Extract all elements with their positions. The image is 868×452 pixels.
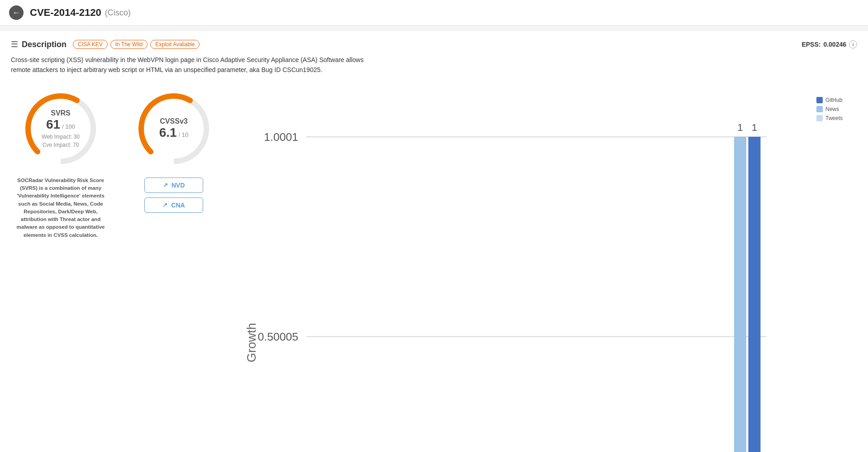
description-text: Cross-site scripting (XSS) vulnerability… [11,55,382,75]
svg-text:1.0001: 1.0001 [264,131,298,143]
growth-chart: Growth 1.0001 0.50005 0 [237,88,807,452]
cvss-center: CVSSv3 6.1 / 10 [159,117,189,140]
svg-text:1: 1 [752,121,758,133]
badge-exploit-available[interactable]: Exploit Avaliable [150,40,200,49]
cna-external-icon: ↗ [162,202,167,208]
cve-id: CVE-2014-2120 [30,7,101,19]
svrs-label: SVRS [42,109,80,117]
vendor-label: (Cisco) [105,8,131,18]
svg-text:0.50005: 0.50005 [258,331,298,343]
nvd-button[interactable]: ↗ NVD [144,178,203,193]
svrs-web-impact: Web Impact: 30 [42,134,80,140]
news-color [816,106,823,112]
svrs-max: / 100 [62,123,75,130]
github-label: GitHub [825,97,842,103]
svrs-note: SOCRadar Vulnerability Risk Score (SVRS)… [11,177,110,239]
svg-text:Growth: Growth [245,323,258,362]
chart-section: Growth 1.0001 0.50005 0 [237,88,857,452]
badge-cisa-kev[interactable]: CISA KEV [73,40,108,49]
chart-legend: GitHub News Tweets [816,97,857,121]
epss-score: EPSS: 0.00246 i [801,40,857,48]
legend-news: News [816,106,857,112]
svrs-gauge: SVRS 61 / 100 Web Impact: 30 Cve Impact:… [20,88,101,169]
chart-area: Growth 1.0001 0.50005 0 [237,88,807,452]
svrs-center: SVRS 61 / 100 Web Impact: 30 Cve Impact:… [42,109,80,148]
epss-label: EPSS: [801,41,820,48]
back-button[interactable]: ← [9,5,24,20]
metrics-row: SVRS 61 / 100 Web Impact: 30 Cve Impact:… [11,88,857,452]
nvd-external-icon: ↗ [163,182,168,188]
tweets-label: Tweets [825,115,843,121]
svrs-gauge-container: SVRS 61 / 100 Web Impact: 30 Cve Impact:… [11,88,110,239]
github-color [816,97,823,103]
cvss-max: / 10 [179,131,189,138]
main-content: ☰ Description CISA KEV In The Wild Explo… [0,30,868,452]
legend-tweets: Tweets [816,115,857,121]
description-section-header: ☰ Description CISA KEV In The Wild Explo… [11,39,857,49]
cna-label: CNA [171,202,185,209]
epss-info-icon[interactable]: i [849,40,857,48]
cvss-buttons: ↗ NVD ↗ CNA [144,178,203,213]
svrs-value: 61 [46,117,60,131]
header: ← CVE-2014-2120 (Cisco) [0,0,868,26]
subheader-bar [0,26,868,30]
badge-in-the-wild[interactable]: In The Wild [110,40,148,49]
nvd-label: NVD [172,182,185,189]
cvss-section: CVSSv3 6.1 / 10 ↗ NVD ↗ CNA [129,88,219,213]
svg-rect-27 [734,137,746,452]
cvss-value: 6.1 [159,125,177,139]
svg-rect-29 [749,137,761,452]
section-title: Description [22,40,67,49]
chart-and-legend: Growth 1.0001 0.50005 0 [237,88,857,452]
svrs-cve-impact: Cve Impact: 70 [42,142,80,148]
description-icon: ☰ [11,39,18,49]
news-label: News [825,106,839,112]
cvss-gauge: CVSSv3 6.1 / 10 [133,88,215,169]
svg-text:1: 1 [737,121,743,133]
cvss-label: CVSSv3 [159,117,189,125]
tweets-color [816,115,823,121]
legend-github: GitHub [816,97,857,103]
epss-value: 0.00246 [823,41,846,48]
back-icon: ← [12,8,20,18]
cna-button[interactable]: ↗ CNA [144,197,203,213]
